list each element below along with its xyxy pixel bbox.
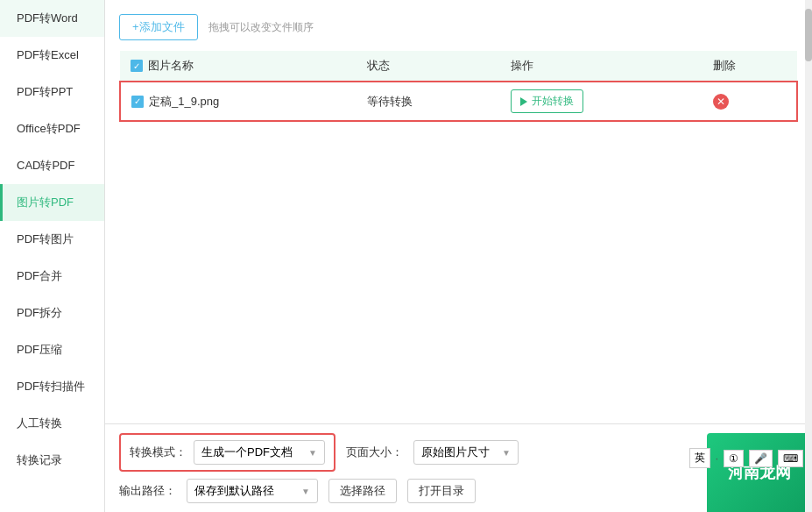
main-content: +添加文件 拖拽可以改变文件顺序 ✓ 图片名称 状态 操作 删除	[105, 0, 812, 512]
dot-icon: ·	[716, 452, 718, 465]
page-size-label: 页面大小：	[346, 444, 403, 460]
sidebar-item-pdf-word[interactable]: PDF转Word	[0, 0, 104, 37]
mode-group: 转换模式： 生成一个PDF文档 ▼	[119, 433, 335, 472]
mode-select[interactable]: 生成一个PDF文档 ▼	[194, 440, 325, 465]
select-all-checkbox[interactable]: ✓	[131, 60, 143, 72]
page-size-select[interactable]: 原始图片尺寸 ▼	[413, 440, 519, 465]
col-header-name: ✓ 图片名称	[120, 51, 357, 82]
notification-icon[interactable]: ①	[724, 450, 744, 467]
sidebar-item-pdf-excel[interactable]: PDF转Excel	[0, 37, 104, 74]
scrollbar[interactable]	[805, 0, 812, 512]
open-dir-button[interactable]: 打开目录	[407, 479, 476, 503]
mode-chevron-icon: ▼	[308, 448, 317, 458]
file-table-area: ✓ 图片名称 状态 操作 删除 ✓ 定稿_1_9.png 等待转换 开始转换 ✕	[119, 51, 798, 428]
sidebar-item-office-pdf[interactable]: Office转PDF	[0, 110, 104, 147]
sidebar: PDF转WordPDF转ExcelPDF转PPTOffice转PDFCAD转PD…	[0, 0, 105, 512]
col-header-action: 操作	[500, 51, 703, 82]
sidebar-item-pdf-scan[interactable]: PDF转扫描件	[0, 368, 104, 405]
lang-icon[interactable]: 英	[689, 448, 710, 468]
sidebar-item-pdf-compress[interactable]: PDF压缩	[0, 331, 104, 368]
delete-icon[interactable]: ✕	[713, 94, 729, 110]
taskbar-icons: 英 · ① 🎤 ⌨	[689, 448, 803, 468]
col-header-delete: 删除	[703, 51, 797, 82]
start-convert-label: 开始转换	[532, 94, 574, 109]
file-status: 等待转换	[357, 82, 500, 121]
output-label: 输出路径：	[119, 483, 176, 499]
select-path-button[interactable]: 选择路径	[328, 479, 397, 503]
sidebar-item-img-pdf[interactable]: 图片转PDF	[0, 184, 104, 221]
sidebar-item-pdf-split[interactable]: PDF拆分	[0, 295, 104, 331]
output-path-value: 保存到默认路径	[194, 483, 274, 499]
brand-watermark: 河南龙网	[707, 433, 812, 512]
sidebar-item-pdf-ppt[interactable]: PDF转PPT	[0, 74, 104, 110]
start-convert-button[interactable]: 开始转换	[511, 89, 583, 113]
page-size-value: 原始图片尺寸	[421, 444, 490, 460]
row-checkbox-0[interactable]: ✓	[131, 96, 144, 108]
sidebar-item-pdf-img[interactable]: PDF转图片	[0, 221, 104, 258]
file-table: ✓ 图片名称 状态 操作 删除 ✓ 定稿_1_9.png 等待转换 开始转换 ✕	[119, 51, 798, 122]
col-header-status: 状态	[357, 51, 500, 82]
page-size-chevron-icon: ▼	[502, 448, 511, 458]
bottom-row-output: 输出路径： 保存到默认路径 ▼ 选择路径 打开目录	[119, 479, 798, 503]
mode-select-value: 生成一个PDF文档	[201, 444, 293, 460]
add-file-button[interactable]: +添加文件	[119, 14, 198, 40]
sidebar-item-cad-pdf[interactable]: CAD转PDF	[0, 147, 104, 184]
sidebar-item-history[interactable]: 转换记录	[0, 442, 104, 479]
mic-icon[interactable]: 🎤	[749, 450, 773, 467]
play-icon	[520, 97, 527, 106]
mode-label: 转换模式：	[130, 444, 187, 460]
file-name: 定稿_1_9.png	[149, 94, 219, 110]
output-chevron-icon: ▼	[301, 487, 310, 496]
sidebar-item-pdf-merge[interactable]: PDF合并	[0, 258, 104, 295]
output-path-select[interactable]: 保存到默认路径 ▼	[187, 479, 318, 503]
drag-hint: 拖拽可以改变文件顺序	[208, 20, 314, 35]
table-row: ✓ 定稿_1_9.png 等待转换 开始转换 ✕	[120, 82, 797, 121]
toolbar: +添加文件 拖拽可以改变文件顺序	[119, 14, 798, 40]
table-header-row: ✓ 图片名称 状态 操作 删除	[120, 51, 797, 82]
sidebar-item-manual[interactable]: 人工转换	[0, 405, 104, 442]
scroll-thumb[interactable]	[805, 9, 812, 61]
keyboard-icon[interactable]: ⌨	[778, 450, 803, 467]
